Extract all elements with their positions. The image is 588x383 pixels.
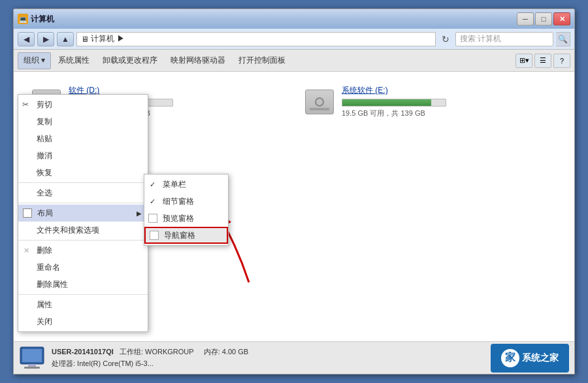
search-box[interactable]: 搜索 计算机	[455, 32, 553, 46]
computer-name-text: USER-20141017QI	[52, 348, 114, 356]
main-window: 💻 计算机 ─ □ ✕ ◀ ▶ ▲ 🖥 计算机 ▶ ↻ 搜索 计算机 🔍 组织 …	[13, 8, 575, 375]
cut-icon: ✂	[22, 100, 29, 109]
menu-copy[interactable]: 复制	[18, 113, 148, 130]
menu-folder-options[interactable]: 文件夹和搜索选项	[18, 222, 148, 239]
system-props-label: 系统属性	[58, 55, 90, 66]
main-area: 软件 (D:) 127 GB 可用，共 139 GB	[14, 72, 574, 341]
refresh-button[interactable]: ↻	[438, 32, 453, 46]
map-drive-button[interactable]: 映射网络驱动器	[165, 52, 231, 69]
organize-button[interactable]: 组织 ▾	[18, 52, 51, 69]
address-icon: 🖥	[81, 35, 89, 44]
status-info: USER-20141017QI 工作组: WORKGROUP 内存: 4.00 …	[52, 346, 484, 369]
delete-label: 删除	[37, 245, 52, 256]
window-controls: ─ □ ✕	[517, 12, 570, 25]
preview-icon	[148, 214, 157, 223]
status-computer-name: USER-20141017QI 工作组: WORKGROUP 内存: 4.00 …	[52, 346, 484, 358]
uninstall-label: 卸载或更改程序	[103, 55, 157, 66]
map-drive-label: 映射网络驱动器	[171, 55, 225, 66]
drive-e-space: 19.5 GB 可用，共 139 GB	[342, 108, 564, 118]
minimize-button[interactable]: ─	[517, 12, 534, 25]
view-toggle-button[interactable]: ☰	[534, 54, 551, 68]
menubar-label: 菜单栏	[163, 179, 186, 190]
folder-options-label: 文件夹和搜索选项	[37, 225, 99, 236]
processor-text: 处理器: Intel(R) Core(TM) i5-3...	[52, 359, 154, 367]
organize-menu: ✂ 剪切 复制 粘贴 撤消 恢复 全选	[18, 94, 148, 332]
close-label: 关闭	[37, 316, 52, 327]
drive-e-name[interactable]: 系统软件 (E:)	[342, 85, 564, 96]
menu-sep-2	[18, 203, 148, 203]
menu-sep-3	[18, 240, 148, 241]
menu-sep-1	[18, 182, 148, 183]
layout-submenu: ✓ 菜单栏 ✓ 细节窗格 预览窗格 导航窗格	[144, 174, 229, 246]
menu-layout[interactable]: 布局 ▶	[18, 205, 148, 222]
status-logo: 家 系统之家	[491, 344, 569, 373]
svg-rect-4	[24, 367, 40, 369]
drive-e-progress-bg	[342, 99, 446, 107]
system-props-button[interactable]: 系统属性	[52, 52, 95, 69]
organize-label: 组织 ▾	[24, 55, 45, 66]
svg-rect-3	[28, 364, 36, 367]
logo-icon: 家	[501, 349, 519, 367]
up-button[interactable]: ▲	[57, 32, 74, 46]
detail-label: 细节窗格	[163, 196, 194, 207]
properties-label: 属性	[37, 299, 52, 310]
maximize-button[interactable]: □	[535, 12, 552, 25]
hdd-circle-e	[315, 97, 324, 107]
window-icon: 💻	[18, 14, 28, 24]
select-all-label: 全选	[37, 188, 52, 199]
menu-delete[interactable]: ✕ 删除	[18, 242, 148, 259]
back-button[interactable]: ◀	[18, 32, 35, 46]
toolbar: 组织 ▾ 系统属性 卸载或更改程序 映射网络驱动器 打开控制面板 ⊞▾ ☰ ?	[14, 50, 574, 72]
status-bar: USER-20141017QI 工作组: WORKGROUP 内存: 4.00 …	[14, 341, 574, 374]
menu-paste[interactable]: 粘贴	[18, 130, 148, 147]
detail-check: ✓	[150, 197, 155, 206]
forward-button[interactable]: ▶	[37, 32, 54, 46]
title-bar-left: 💻 计算机	[18, 14, 54, 25]
address-path[interactable]: 🖥 计算机 ▶	[76, 32, 436, 46]
menu-sep-4	[18, 294, 148, 295]
search-icon[interactable]: 🔍	[556, 32, 570, 46]
menu-rename[interactable]: 重命名	[18, 259, 148, 276]
submenu-nav-pane[interactable]: 导航窗格	[144, 227, 228, 244]
copy-label: 复制	[37, 116, 52, 127]
paste-label: 粘贴	[37, 133, 52, 144]
uninstall-button[interactable]: 卸载或更改程序	[97, 52, 163, 69]
menubar-check: ✓	[150, 180, 155, 189]
menu-close[interactable]: 关闭	[18, 313, 148, 330]
drive-e-icon	[304, 86, 335, 118]
menu-delete-prop[interactable]: 删除属性	[18, 276, 148, 293]
search-placeholder: 搜索 计算机	[460, 33, 501, 44]
submenu-preview-pane[interactable]: 预览窗格	[144, 210, 228, 227]
cut-label: 剪切	[37, 99, 52, 110]
view-options-button[interactable]: ⊞▾	[515, 54, 532, 68]
delete-icon: ✕	[24, 246, 29, 255]
help-button[interactable]: ?	[553, 54, 570, 68]
status-processor: 处理器: Intel(R) Core(TM) i5-3...	[52, 358, 484, 370]
nav-label: 导航窗格	[164, 230, 195, 241]
close-button[interactable]: ✕	[553, 12, 570, 25]
delete-prop-label: 删除属性	[37, 279, 68, 290]
logo-text: 系统之家	[522, 352, 559, 364]
computer-icon	[19, 346, 45, 371]
rename-label: 重命名	[37, 262, 60, 273]
undo-label: 撤消	[37, 150, 52, 161]
submenu-menubar[interactable]: ✓ 菜单栏	[144, 176, 228, 193]
window-title: 计算机	[31, 14, 54, 25]
redo-label: 恢复	[37, 167, 52, 178]
svg-rect-2	[22, 349, 42, 362]
menu-cut[interactable]: ✂ 剪切	[18, 96, 148, 113]
drive-e-progress-fill	[342, 99, 431, 106]
menu-properties[interactable]: 属性	[18, 296, 148, 313]
menu-redo[interactable]: 恢复	[18, 164, 148, 181]
open-panel-button[interactable]: 打开控制面板	[233, 52, 291, 69]
address-text: 计算机 ▶	[91, 33, 124, 44]
title-bar: 💻 计算机 ─ □ ✕	[14, 9, 574, 29]
address-bar: ◀ ▶ ▲ 🖥 计算机 ▶ ↻ 搜索 计算机 🔍	[14, 29, 574, 50]
submenu-detail-pane[interactable]: ✓ 细节窗格	[144, 193, 228, 210]
menu-select-all[interactable]: 全选	[18, 184, 148, 201]
layout-icon	[23, 208, 32, 218]
layout-arrow: ▶	[137, 210, 142, 217]
nav-icon	[150, 231, 159, 240]
menu-undo[interactable]: 撤消	[18, 147, 148, 164]
layout-label: 布局	[37, 208, 53, 219]
